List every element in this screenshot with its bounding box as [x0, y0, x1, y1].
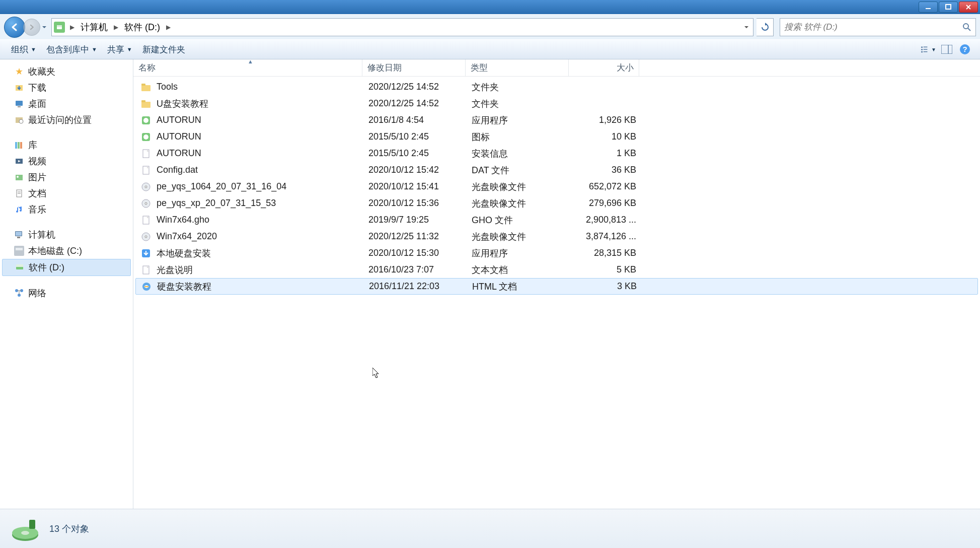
- file-row[interactable]: U盘安装教程2020/12/25 14:52文件夹: [135, 95, 978, 112]
- sidebar-network[interactable]: 网络: [0, 285, 133, 301]
- include-label: 包含到库中: [46, 44, 89, 55]
- address-bar[interactable]: ▶ 计算机 ▶ 软件 (D:) ▶: [51, 18, 753, 36]
- file-date: 2015/5/10 2:45: [364, 148, 468, 159]
- file-icon: [141, 281, 152, 292]
- file-icon: [140, 115, 152, 126]
- file-size: 5 KB: [571, 264, 641, 275]
- file-type: 光盘映像文件: [468, 181, 571, 193]
- file-icon: [140, 231, 152, 242]
- file-name: AUTORUN: [157, 131, 201, 142]
- help-button[interactable]: ?: [957, 42, 972, 57]
- sidebar-label: 收藏夹: [28, 65, 55, 78]
- back-button[interactable]: [4, 17, 25, 38]
- address-dropdown[interactable]: [739, 19, 753, 36]
- file-row[interactable]: Win7x64_20202020/12/25 11:32光盘映像文件3,874,…: [135, 228, 978, 245]
- file-row[interactable]: pe_yqs_xp_20_07_31_15_532020/10/12 15:36…: [135, 195, 978, 212]
- file-type: 图标: [468, 131, 571, 143]
- sidebar-label: 图片: [28, 171, 46, 183]
- svg-rect-17: [16, 101, 23, 106]
- sidebar-pictures[interactable]: 图片: [0, 169, 133, 185]
- file-size: 36 KB: [571, 165, 641, 175]
- documents-icon: [14, 188, 24, 198]
- breadcrumb-arrow-icon[interactable]: ▶: [112, 24, 120, 31]
- column-date[interactable]: 修改日期: [362, 59, 466, 76]
- nav-history-dropdown[interactable]: [40, 17, 48, 37]
- svg-point-4: [963, 24, 968, 29]
- breadcrumb-arrow-icon[interactable]: ▶: [164, 24, 173, 31]
- new-folder-button[interactable]: 新建文件夹: [137, 42, 190, 57]
- close-button[interactable]: [959, 2, 978, 13]
- file-icon: [140, 248, 152, 259]
- file-row[interactable]: AUTORUN2016/1/8 4:54应用程序1,926 KB: [135, 112, 978, 128]
- sidebar-documents[interactable]: 文档: [0, 185, 133, 201]
- sidebar-label: 文档: [28, 187, 46, 199]
- organize-button[interactable]: 组织▼: [6, 42, 41, 57]
- file-size: 2,900,813 ...: [571, 215, 641, 225]
- organize-label: 组织: [11, 44, 28, 55]
- file-row[interactable]: Win7x64.gho2019/9/7 19:25GHO 文件2,900,813…: [135, 212, 978, 228]
- breadcrumb-arrow-icon[interactable]: ▶: [68, 24, 77, 31]
- navigation-pane: ★ 收藏夹 下载 桌面 最近访问的位置: [0, 59, 133, 509]
- sidebar-libraries[interactable]: 库: [0, 137, 133, 153]
- search-input[interactable]: [784, 22, 962, 32]
- breadcrumb-computer[interactable]: 计算机: [77, 19, 112, 36]
- favorites-group: ★ 收藏夹 下载 桌面 最近访问的位置: [0, 63, 133, 128]
- file-type: 文件夹: [468, 98, 571, 110]
- svg-line-5: [968, 28, 970, 31]
- maximize-button[interactable]: [939, 2, 958, 13]
- file-row[interactable]: 硬盘安装教程2016/11/21 22:03HTML 文档3 KB: [135, 278, 978, 295]
- breadcrumb-current[interactable]: 软件 (D:): [120, 19, 164, 36]
- file-type: 安装信息: [468, 148, 571, 160]
- file-row[interactable]: pe_yqs_1064_20_07_31_16_042020/10/12 15:…: [135, 178, 978, 195]
- file-row[interactable]: Tools2020/12/25 14:52文件夹: [135, 79, 978, 95]
- file-row[interactable]: AUTORUN2015/5/10 2:45安装信息1 KB: [135, 145, 978, 162]
- downloads-icon: [14, 83, 24, 93]
- sidebar-label: 软件 (D:): [29, 261, 64, 273]
- computer-group: 计算机 本地磁盘 (C:) 软件 (D:): [0, 227, 133, 276]
- column-type[interactable]: 类型: [466, 59, 569, 76]
- sidebar-downloads[interactable]: 下载: [0, 80, 133, 96]
- minimize-button[interactable]: [919, 2, 938, 13]
- file-date: 2020/10/12 15:36: [364, 198, 468, 209]
- sidebar-computer[interactable]: 计算机: [0, 227, 133, 243]
- share-button[interactable]: 共享▼: [102, 42, 137, 57]
- svg-rect-6: [921, 47, 923, 48]
- sidebar-recent[interactable]: 最近访问的位置: [0, 112, 133, 128]
- svg-rect-44: [141, 102, 150, 108]
- forward-button[interactable]: [23, 19, 40, 36]
- search-box[interactable]: [780, 18, 976, 36]
- computer-icon: [14, 230, 24, 240]
- file-row[interactable]: 本地硬盘安装2020/10/12 15:30应用程序28,315 KB: [135, 245, 978, 261]
- file-icon: [140, 98, 152, 109]
- file-row[interactable]: AUTORUN2015/5/10 2:45图标10 KB: [135, 128, 978, 145]
- svg-rect-45: [141, 100, 145, 102]
- column-size[interactable]: 大小: [569, 59, 639, 76]
- file-icon: [140, 215, 152, 226]
- sidebar-drive-d[interactable]: 软件 (D:): [2, 259, 131, 276]
- navigation-bar: ▶ 计算机 ▶ 软件 (D:) ▶: [0, 14, 980, 39]
- include-library-button[interactable]: 包含到库中▼: [41, 42, 102, 57]
- sidebar-label: 音乐: [28, 203, 46, 216]
- svg-rect-21: [15, 142, 17, 149]
- file-date: 2020/12/25 14:52: [364, 98, 468, 109]
- file-type: 光盘映像文件: [468, 197, 571, 210]
- sidebar-music[interactable]: 音乐: [0, 201, 133, 218]
- preview-pane-button[interactable]: [939, 42, 954, 57]
- file-date: 2020/12/25 11:32: [364, 231, 468, 242]
- file-list-pane: 名称 ▲ 修改日期 类型 大小 Tools2020/12/25 14:52文件夹…: [133, 59, 980, 509]
- column-name[interactable]: 名称 ▲: [133, 59, 362, 76]
- file-icon: [140, 165, 152, 176]
- file-row[interactable]: Config.dat2020/10/12 15:42DAT 文件36 KB: [135, 162, 978, 178]
- sidebar-drive-c[interactable]: 本地磁盘 (C:): [0, 243, 133, 259]
- svg-rect-11: [924, 51, 928, 52]
- file-row[interactable]: 光盘说明2016/10/23 7:07文本文档5 KB: [135, 261, 978, 278]
- libraries-icon: [14, 140, 24, 150]
- music-icon: [14, 204, 24, 215]
- sidebar-desktop[interactable]: 桌面: [0, 96, 133, 112]
- view-options-button[interactable]: ▼: [921, 42, 936, 57]
- sidebar-videos[interactable]: 视频: [0, 153, 133, 169]
- sidebar-favorites[interactable]: ★ 收藏夹: [0, 63, 133, 80]
- svg-point-26: [17, 176, 19, 178]
- refresh-button[interactable]: [757, 18, 774, 36]
- column-headers: 名称 ▲ 修改日期 类型 大小: [133, 59, 980, 77]
